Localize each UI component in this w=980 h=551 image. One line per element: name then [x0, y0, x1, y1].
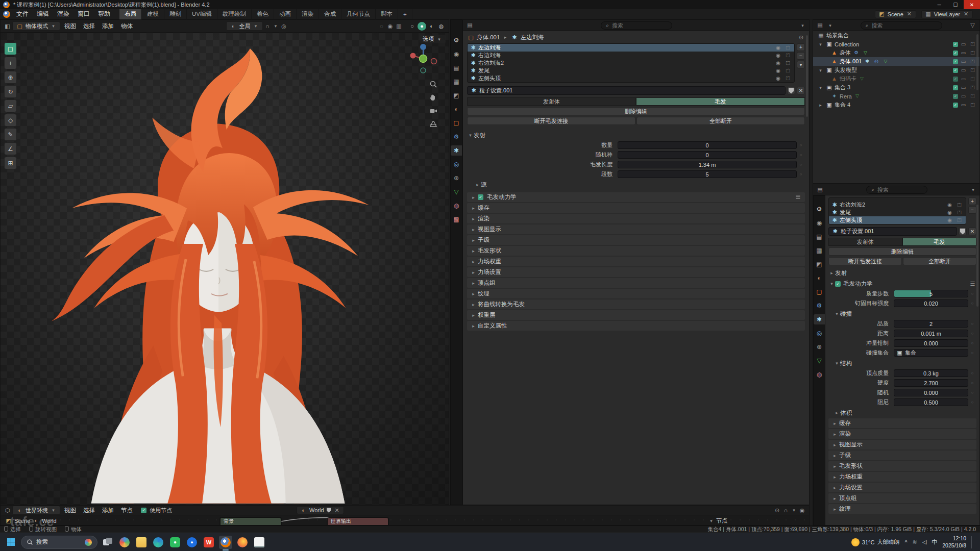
- panel-cache[interactable]: ▸缓存: [467, 203, 805, 213]
- settings-name-field[interactable]: ✱ 粒子设置.001: [467, 86, 786, 95]
- decorator-dot-icon[interactable]: ○: [968, 381, 976, 385]
- tool-scale[interactable]: ▱: [4, 99, 17, 112]
- damping-input[interactable]: 0.500: [894, 398, 968, 406]
- show-gizmo-icon[interactable]: ◌: [378, 22, 385, 30]
- node-panel-tab[interactable]: ▾ 节点: [708, 517, 727, 524]
- firefox-button[interactable]: [236, 536, 249, 549]
- camera-toggle-icon[interactable]: ⏍: [784, 68, 792, 74]
- editor-type-icon[interactable]: ◧: [4, 22, 11, 30]
- seed-input[interactable]: 0: [618, 151, 797, 159]
- list-item[interactable]: ✱ 左侧头顶 ◉⏍: [829, 216, 966, 224]
- panel-hair-dynamics[interactable]: ▸ ✓ 毛发动力学 ☰: [467, 192, 805, 202]
- panel-vertex-groups[interactable]: ▸顶点组: [828, 493, 976, 503]
- path-world[interactable]: World: [42, 518, 57, 524]
- tab-render[interactable]: ◉: [814, 218, 825, 228]
- tool-add-primitive[interactable]: ⊞: [4, 157, 17, 169]
- volume-icon[interactable]: ◁: [922, 539, 926, 545]
- pin-goal-input[interactable]: 0.020: [894, 299, 968, 307]
- menu-render[interactable]: 渲染: [53, 10, 74, 19]
- snap-options-chevron[interactable]: ▾: [273, 23, 279, 29]
- tab-particles[interactable]: ✱: [814, 314, 825, 324]
- show-desktop-button[interactable]: [971, 536, 973, 548]
- unlink-scene-icon[interactable]: ✕: [905, 10, 913, 18]
- decorator-dot-icon[interactable]: ○: [797, 172, 805, 177]
- quality-input[interactable]: 2: [894, 320, 968, 328]
- filter-funnel-icon[interactable]: ▽: [969, 21, 976, 29]
- menu-edit[interactable]: 编辑: [33, 10, 53, 19]
- notepad-button[interactable]: [253, 536, 266, 549]
- decorator-dot-icon[interactable]: ○: [968, 371, 976, 375]
- camera-toggle-icon[interactable]: ⏍: [969, 67, 976, 73]
- outliner-row-collection-3[interactable]: ▾ ▣ 集合 3 ✓ ▭ ⏍: [813, 83, 979, 92]
- outliner-row-hair-model[interactable]: ▾ ▣ 头发模型 ✓ ▭ ⏍: [813, 66, 979, 74]
- panel-field-weights[interactable]: ▸力场权重: [467, 257, 805, 266]
- tab-constraints[interactable]: ⊛: [814, 342, 825, 352]
- panel-force-field-settings[interactable]: ▸力场设置: [467, 267, 805, 277]
- screen-toggle-icon[interactable]: ▭: [960, 93, 967, 99]
- viewport-menu-select[interactable]: 选择: [80, 22, 98, 30]
- presets-menu-icon[interactable]: ☰: [969, 280, 976, 288]
- use-nodes-checkbox[interactable]: ✓: [141, 508, 146, 513]
- tab-render[interactable]: ◉: [451, 49, 462, 59]
- outliner-search-input[interactable]: [872, 22, 938, 29]
- screen-toggle-icon[interactable]: ▭: [960, 41, 967, 47]
- camera-toggle-icon[interactable]: ⏍: [784, 45, 792, 51]
- decorator-dot-icon[interactable]: ○: [797, 162, 805, 167]
- tab-constraints[interactable]: ⊛: [451, 173, 462, 183]
- disconnect-hair-button[interactable]: 断开毛发连接: [467, 117, 635, 125]
- world-datablock[interactable]: ◐ World ✕: [297, 506, 344, 514]
- workspace-tab-scripting[interactable]: 脚本: [376, 9, 398, 19]
- outliner-row-hair-card[interactable]: ▲ 扫码卡 ▽ ✓ ▭ ⏍: [813, 74, 979, 83]
- tab-material[interactable]: ◍: [814, 369, 825, 380]
- shader-menu-select[interactable]: 选择: [80, 507, 98, 514]
- workspace-tab-layout[interactable]: 布局: [119, 9, 142, 19]
- node-world-output[interactable]: 世界输出: [327, 517, 388, 525]
- tab-particles[interactable]: ✱: [451, 145, 462, 156]
- file-explorer-button[interactable]: [135, 536, 148, 549]
- path-scene[interactable]: Scene: [14, 518, 30, 524]
- segments-input[interactable]: 5: [618, 170, 797, 178]
- tab-world[interactable]: ◐: [814, 273, 825, 283]
- camera-toggle-icon[interactable]: ⏍: [969, 41, 976, 47]
- tab-hair[interactable]: 毛发: [636, 97, 805, 106]
- tab-tool[interactable]: ⚙: [814, 204, 825, 214]
- properties-search[interactable]: ⌕: [866, 186, 927, 194]
- workspace-tab-sculpting[interactable]: 雕刻: [164, 9, 187, 19]
- exclude-checkbox[interactable]: ✓: [953, 77, 958, 82]
- random-input[interactable]: 0.000: [894, 389, 968, 396]
- camera-toggle-icon[interactable]: ⏍: [955, 217, 963, 223]
- scrollbar[interactable]: [976, 205, 978, 307]
- panel-field-weights[interactable]: ▸力场权重: [828, 472, 976, 482]
- proportional-edit-icon[interactable]: ◎: [280, 22, 288, 30]
- menu-window[interactable]: 窗口: [74, 10, 94, 19]
- shading-solid-icon[interactable]: ●: [418, 22, 426, 31]
- tab-physics[interactable]: ◎: [814, 328, 825, 338]
- list-item[interactable]: ✱ 左边刘海 ◉⏍: [468, 44, 794, 52]
- collision-collection-selector[interactable]: ▣ 集合: [894, 349, 968, 357]
- tab-modifiers[interactable]: ⚙: [814, 300, 825, 311]
- hair-dynamics-checkbox[interactable]: ✓: [478, 194, 483, 200]
- workspace-tab-uv-editing[interactable]: UV编辑: [187, 9, 217, 19]
- quality-steps-slider[interactable]: 5: [894, 290, 968, 297]
- tab-world[interactable]: ◐: [451, 104, 462, 114]
- panel-textures[interactable]: ▸纹理: [828, 504, 976, 514]
- viewport-options-popover[interactable]: 选项 ▾: [420, 35, 446, 43]
- tab-hair[interactable]: 毛发: [902, 238, 976, 246]
- camera-toggle-icon[interactable]: ⏍: [969, 102, 976, 108]
- unlink-settings-button[interactable]: ✕: [968, 228, 976, 235]
- expand-icon[interactable]: ▾: [817, 85, 824, 90]
- outliner-row-scene-collection[interactable]: ▦ 场景集合: [813, 31, 979, 40]
- tab-material[interactable]: ◍: [451, 201, 462, 211]
- camera-toggle-icon[interactable]: ⏍: [969, 59, 976, 65]
- workspace-tab-texture-paint[interactable]: 纹理绘制: [217, 9, 252, 19]
- workspace-tab-compositing[interactable]: 合成: [319, 9, 341, 19]
- outliner-display-mode-icon[interactable]: ▤: [816, 21, 824, 29]
- tray-expand-icon[interactable]: ^: [904, 539, 907, 545]
- panel-header-source[interactable]: ▸ 源: [467, 180, 805, 189]
- panel-header-volume[interactable]: ▸ 体积: [828, 408, 976, 417]
- panel-textures[interactable]: ▸纹理: [467, 289, 805, 298]
- properties-search-input[interactable]: [612, 22, 668, 29]
- filter-options-chevron[interactable]: ▾: [970, 187, 976, 192]
- transform-orientation-selector[interactable]: ◐ 全局 ▾: [226, 21, 263, 31]
- screen-toggle-icon[interactable]: ▭: [960, 59, 967, 64]
